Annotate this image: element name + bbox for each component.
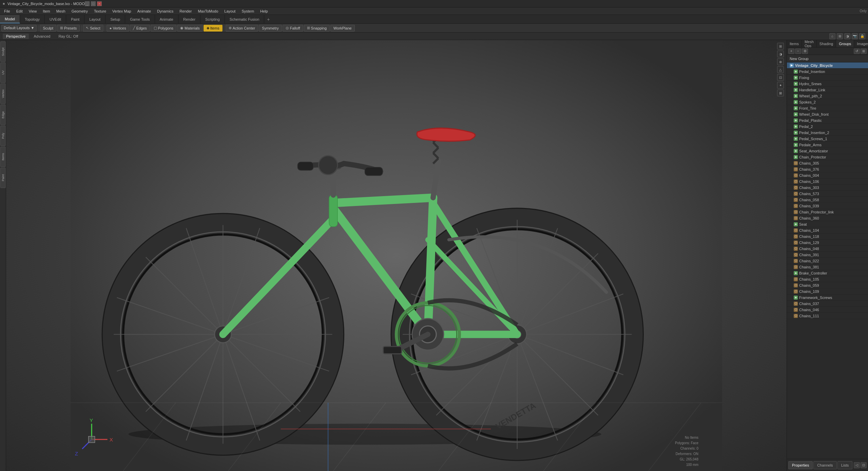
select-button[interactable]: ↖ Select xyxy=(83,25,103,32)
bottom-expand-btn[interactable]: ◁ xyxy=(854,462,860,468)
scene-item[interactable]: ⬡Chains_039 xyxy=(787,203,868,209)
scene-item[interactable]: ⬡Chains_391 xyxy=(787,252,868,258)
viewport-camera-btn[interactable]: 📷 xyxy=(852,33,858,39)
properties-tab[interactable]: Properties xyxy=(788,461,813,469)
scene-item[interactable]: ◈Brake_Controller xyxy=(787,270,868,276)
menu-mesh[interactable]: Mesh xyxy=(54,8,68,14)
scene-item[interactable]: ⬡Chains_303 xyxy=(787,185,868,191)
scene-item[interactable]: ⬡Chains_376 xyxy=(787,166,868,172)
menu-texture[interactable]: Texture xyxy=(91,8,109,14)
menu-edit[interactable]: Edit xyxy=(14,8,25,14)
tab-items[interactable]: Items xyxy=(787,40,802,47)
menu-animate[interactable]: Animate xyxy=(135,8,154,14)
tab-model[interactable]: Model xyxy=(0,15,20,23)
scene-item[interactable]: ⬡Chains_004 xyxy=(787,172,868,178)
sidebar-paint-btn[interactable]: Paint xyxy=(0,168,6,188)
sidebar-poly-btn[interactable]: Poly xyxy=(0,126,6,146)
scene-item[interactable]: ⬡Chains_573 xyxy=(787,191,868,197)
channels-tab[interactable]: Channels xyxy=(813,461,836,469)
materials-button[interactable]: ◉ Materials xyxy=(177,25,203,32)
scene-item[interactable]: ◈Wheel_Disk_front xyxy=(787,111,868,117)
add-tab-button[interactable]: + xyxy=(264,15,272,23)
scene-item[interactable]: ⬡Chains_381 xyxy=(787,264,868,270)
scene-item[interactable]: ◈Chain_Protector xyxy=(787,154,868,160)
tab-paint[interactable]: Paint xyxy=(66,15,84,23)
scene-item[interactable]: ◈Seat_Amortizator xyxy=(787,148,868,154)
3d-viewport[interactable]: VENDETTA X Y Z xyxy=(6,40,787,471)
tab-uvedit[interactable]: UVEdit xyxy=(45,15,66,23)
viewport-raygl-tab[interactable]: Ray GL: Off xyxy=(55,34,81,39)
window-controls[interactable]: _ □ × xyxy=(85,1,102,6)
falloff-button[interactable]: ◎ Falloff xyxy=(283,25,303,32)
sidebar-edge-btn[interactable]: Edge xyxy=(0,105,6,125)
viewport-mesh-ops-btn[interactable]: ⊞ xyxy=(837,33,843,39)
scene-item[interactable]: ⬡Chain_Protector_link xyxy=(787,209,868,215)
panel-refresh-btn[interactable]: ↺ xyxy=(854,49,860,54)
snapping-button[interactable]: ⊞ Snapping xyxy=(304,25,330,32)
menu-item[interactable]: Item xyxy=(40,8,53,14)
scene-item[interactable]: ⬡Chains_104 xyxy=(787,227,868,233)
scene-item[interactable]: ⬡Chains_048 xyxy=(787,246,868,252)
sidebar-sculpt-btn[interactable]: Sculpt xyxy=(0,41,6,62)
scene-item[interactable]: ⬡Chains_111 xyxy=(787,313,868,319)
tab-game-tools[interactable]: Game Tools xyxy=(125,15,155,23)
vp-icon-3[interactable]: ⊕ xyxy=(777,58,784,65)
bottom-settings-btn[interactable]: ⊡ xyxy=(861,462,867,468)
sidebar-uv-btn[interactable]: UV xyxy=(0,62,6,83)
tab-layout[interactable]: Layout xyxy=(84,15,105,23)
presets-button[interactable]: ⊞ Presets xyxy=(57,25,80,32)
scene-item[interactable]: ⬡Chains_046 xyxy=(787,307,868,313)
vertices-button[interactable]: ● Vertices xyxy=(107,25,129,32)
panel-gear-btn[interactable]: ⚙ xyxy=(802,49,808,54)
menu-layout[interactable]: Layout xyxy=(221,8,238,14)
lists-tab[interactable]: Lists xyxy=(837,461,853,469)
sidebar-items-btn[interactable]: Items xyxy=(0,147,6,167)
action-center-button[interactable]: ⊕ Action Center xyxy=(226,25,258,32)
scene-item[interactable]: ⬡Chains_058 xyxy=(787,197,868,203)
menu-file[interactable]: File xyxy=(1,8,13,14)
viewport-perspective-tab[interactable]: Perspective xyxy=(3,34,29,39)
scene-item[interactable]: ◈Pedal_Insertion xyxy=(787,69,868,75)
scene-item[interactable]: ⬡Chains_059 xyxy=(787,282,868,288)
tab-render[interactable]: Render xyxy=(178,15,200,23)
scene-item[interactable]: ◈Spokes_2 xyxy=(787,99,868,105)
menu-dynamics[interactable]: Dynamics xyxy=(154,8,176,14)
scene-item[interactable]: ◈Pedal_Insertion_2 xyxy=(787,130,868,136)
scene-item[interactable]: ◈Pedal_Plastic xyxy=(787,117,868,124)
scene-item[interactable]: ⬡Chains_106 xyxy=(787,178,868,185)
scene-item[interactable]: ◈Framework_Screws xyxy=(787,295,868,301)
menu-maxtomodo[interactable]: MaxToModo xyxy=(195,8,221,14)
polygons-button[interactable]: ▢ Polygons xyxy=(151,25,176,32)
panel-add-btn[interactable]: + xyxy=(788,49,794,54)
scene-item[interactable]: ⬡Chains_129 xyxy=(787,240,868,246)
scene-item[interactable]: ⬡Chains_037 xyxy=(787,301,868,307)
viewport-lock-btn[interactable]: 🔒 xyxy=(859,33,865,39)
scene-item[interactable]: ◈Pedal_Screws_1 xyxy=(787,136,868,142)
vp-icon-1[interactable]: ⊞ xyxy=(777,43,784,50)
menu-view[interactable]: View xyxy=(26,8,40,14)
scene-item[interactable]: ▶Vintage_City_Bicycle xyxy=(787,62,868,69)
tab-topology[interactable]: Topology xyxy=(20,15,45,23)
scene-item[interactable]: ◈Pedal_2 xyxy=(787,124,868,130)
scene-item[interactable]: ⬡Chains_305 xyxy=(787,160,868,166)
tab-setup[interactable]: Setup xyxy=(105,15,125,23)
symmetry-button[interactable]: Symmetry xyxy=(259,25,282,32)
scene-item[interactable]: ◈Hydro_Srews xyxy=(787,81,868,87)
panel-filter-btn[interactable]: ⊞ xyxy=(861,49,867,54)
scene-list[interactable]: ▶Vintage_City_Bicycle◈Pedal_Insertion◈Fi… xyxy=(787,62,868,459)
scene-item[interactable]: ◈Fixing xyxy=(787,75,868,81)
viewport-advanced-tab[interactable]: Advanced xyxy=(30,34,54,39)
scene-item[interactable]: ⬡Chains_105 xyxy=(787,276,868,282)
layout-dropdown[interactable]: Default Layouts ▼ xyxy=(1,25,37,32)
scene-item[interactable]: ⬡Chains_118 xyxy=(787,233,868,240)
viewport-home-btn[interactable]: ⌂ xyxy=(829,33,835,39)
panel-delete-btn[interactable]: − xyxy=(795,49,801,54)
maximize-button[interactable]: □ xyxy=(91,1,96,6)
sidebar-vertex-btn[interactable]: Vertex xyxy=(0,83,6,104)
scene-item[interactable]: ◈Handlebar_Link xyxy=(787,87,868,93)
menu-geometry[interactable]: Geometry xyxy=(69,8,91,14)
edges-button[interactable]: ╱ Edges xyxy=(130,25,150,32)
minimize-button[interactable]: _ xyxy=(85,1,90,6)
tab-shading[interactable]: Shading xyxy=(817,40,836,47)
scene-item[interactable]: ⬡Chains_022 xyxy=(787,258,868,264)
